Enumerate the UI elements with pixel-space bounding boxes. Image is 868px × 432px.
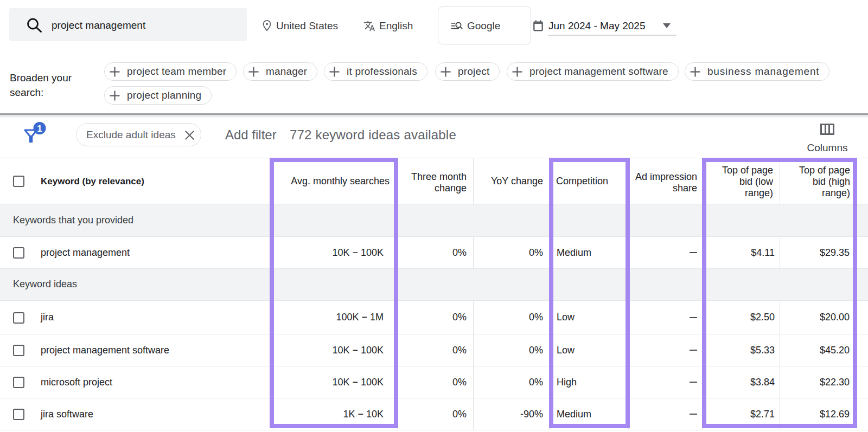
svg-text:1: 1 — [37, 124, 42, 134]
